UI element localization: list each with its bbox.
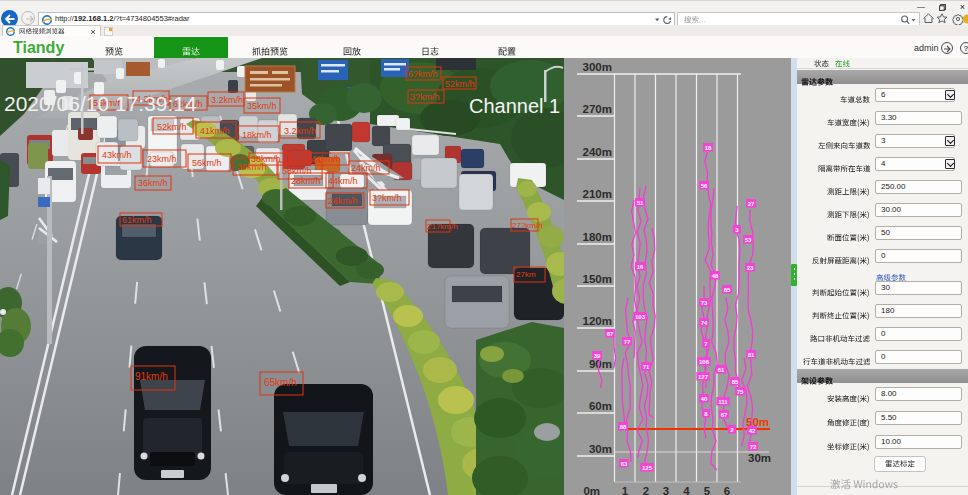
svg-text:56km/h: 56km/h xyxy=(192,158,222,168)
svg-text:210m: 210m xyxy=(583,188,612,200)
svg-text:56: 56 xyxy=(701,183,708,189)
svg-text:18km/h: 18km/h xyxy=(242,130,272,140)
svg-text:30m: 30m xyxy=(748,452,771,464)
svg-text:41km/h: 41km/h xyxy=(200,126,230,136)
svg-text:61: 61 xyxy=(718,367,725,373)
svg-text:24km/h: 24km/h xyxy=(351,163,381,173)
svg-text:2020/06/10 17:39:14: 2020/06/10 17:39:14 xyxy=(4,92,197,115)
svg-text:35km/h: 35km/h xyxy=(247,101,277,111)
svg-text:43km/h: 43km/h xyxy=(102,150,132,160)
svg-text:58km/h: 58km/h xyxy=(282,166,312,176)
svg-text:3: 3 xyxy=(663,485,669,495)
svg-text:38km/h: 38km/h xyxy=(251,154,281,164)
svg-text:0m: 0m xyxy=(583,485,600,495)
svg-text:52km/h: 52km/h xyxy=(445,79,475,89)
svg-text:3.2km/h: 3.2km/h xyxy=(211,95,243,105)
svg-text:120m: 120m xyxy=(583,315,612,327)
svg-text:6?km/h: 6?km/h xyxy=(408,69,438,79)
svg-text:52km/h: 52km/h xyxy=(157,122,187,132)
svg-text:67: 67 xyxy=(721,412,728,418)
svg-text:65: 65 xyxy=(724,287,731,293)
svg-text:1: 1 xyxy=(622,485,629,495)
svg-text:240m: 240m xyxy=(583,146,612,158)
svg-text:30m: 30m xyxy=(589,443,612,455)
svg-text:51: 51 xyxy=(637,200,644,206)
svg-text:106: 106 xyxy=(699,359,710,365)
svg-text:63: 63 xyxy=(621,461,628,467)
svg-text:75: 75 xyxy=(737,389,744,395)
svg-text:18: 18 xyxy=(705,145,712,151)
svg-text:6: 6 xyxy=(724,485,730,495)
svg-text:85: 85 xyxy=(732,379,739,385)
svg-text:127: 127 xyxy=(698,374,709,380)
svg-text:300m: 300m xyxy=(583,61,612,73)
svg-text:60m: 60m xyxy=(589,400,612,412)
svg-text:5: 5 xyxy=(704,485,711,495)
svg-text:72: 72 xyxy=(750,444,757,450)
svg-text:125: 125 xyxy=(642,465,653,471)
svg-text:91km/h: 91km/h xyxy=(135,371,168,382)
svg-text:2: 2 xyxy=(643,485,649,495)
svg-text:21?km/h: 21?km/h xyxy=(427,222,458,231)
svg-text:39: 39 xyxy=(594,353,601,359)
svg-text:77: 77 xyxy=(624,339,631,345)
svg-text:23: 23 xyxy=(747,265,754,271)
svg-text:103: 103 xyxy=(635,314,646,320)
svg-text:42: 42 xyxy=(749,428,756,434)
svg-text:44km/h: 44km/h xyxy=(328,176,358,186)
svg-text:150m: 150m xyxy=(583,273,612,285)
svg-text:61km/h: 61km/h xyxy=(122,215,152,225)
svg-text:27km: 27km xyxy=(516,270,536,279)
svg-text:16: 16 xyxy=(637,264,644,270)
svg-text:44km/h: 44km/h xyxy=(311,154,341,164)
svg-text:73: 73 xyxy=(701,300,708,306)
svg-text:111: 111 xyxy=(718,399,728,405)
svg-text:3?km/h: 3?km/h xyxy=(372,193,402,203)
svg-text:Channel 1: Channel 1 xyxy=(469,95,560,117)
svg-text:28km/h: 28km/h xyxy=(291,176,321,186)
svg-text:3.2km/h: 3.2km/h xyxy=(284,126,316,136)
svg-text:48: 48 xyxy=(712,273,719,279)
svg-text:27?km/h: 27?km/h xyxy=(512,221,543,230)
svg-text:270m: 270m xyxy=(583,103,612,115)
svg-text:3?km/h: 3?km/h xyxy=(410,92,440,102)
svg-text:90m: 90m xyxy=(589,358,612,370)
svg-text:180m: 180m xyxy=(583,231,612,243)
svg-text:88: 88 xyxy=(620,424,627,430)
svg-text:74: 74 xyxy=(701,320,708,326)
svg-text:53: 53 xyxy=(745,237,752,243)
svg-text:26km/h: 26km/h xyxy=(328,196,358,206)
svg-text:71: 71 xyxy=(643,364,650,370)
svg-text:4: 4 xyxy=(683,485,690,495)
svg-text:23km/h: 23km/h xyxy=(147,154,177,164)
svg-text:36km/h: 36km/h xyxy=(138,178,168,188)
svg-text:65km/h: 65km/h xyxy=(264,377,297,388)
svg-text:40: 40 xyxy=(701,396,708,402)
svg-text:81: 81 xyxy=(748,352,755,358)
svg-text:27: 27 xyxy=(748,201,755,207)
svg-text:67: 67 xyxy=(607,331,614,337)
